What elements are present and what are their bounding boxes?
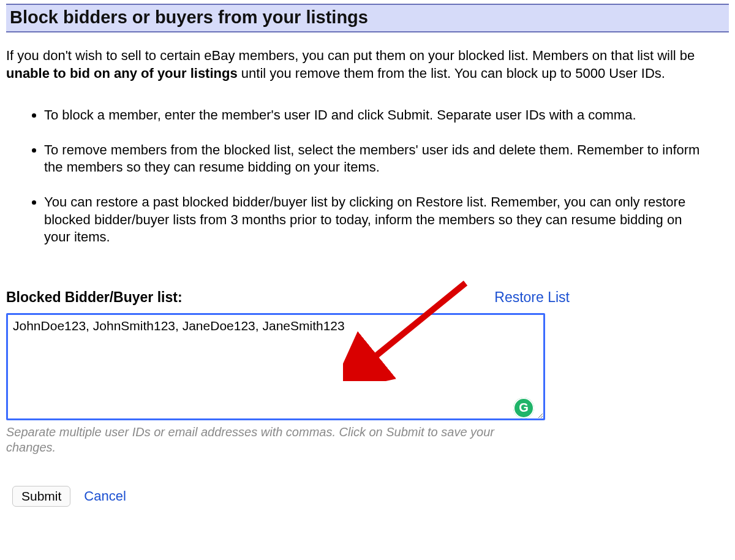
intro-prefix: If you don't wish to sell to certain eBa… bbox=[6, 48, 695, 63]
cancel-link[interactable]: Cancel bbox=[84, 488, 126, 504]
blocked-list-label: Blocked Bidder/Buyer list: bbox=[6, 289, 183, 306]
blocked-list-textarea-wrap: G bbox=[6, 313, 545, 423]
submit-button[interactable]: Submit bbox=[12, 486, 70, 507]
actions-row: Submit Cancel bbox=[12, 486, 729, 507]
instruction-bold: Submit. bbox=[388, 107, 434, 123]
instructions-list: To block a member, enter the member's us… bbox=[6, 107, 710, 246]
restore-list-link[interactable]: Restore List bbox=[494, 289, 570, 306]
blocked-list-hint: Separate multiple user IDs or email addr… bbox=[6, 425, 545, 455]
instruction-prefix: To remove members from the blocked list,… bbox=[44, 142, 699, 175]
blocked-list-header-row: Blocked Bidder/Buyer list: Restore List bbox=[6, 289, 729, 306]
page-title: Block bidders or buyers from your listin… bbox=[10, 7, 725, 28]
instruction-suffix: Separate user IDs with a comma. bbox=[433, 107, 636, 123]
intro-paragraph: If you don't wish to sell to certain eBa… bbox=[6, 47, 710, 82]
instruction-item: To remove members from the blocked list,… bbox=[44, 142, 710, 176]
intro-suffix: until you remove them from the list. You… bbox=[238, 66, 665, 81]
instruction-item: You can restore a past blocked bidder/bu… bbox=[44, 194, 710, 246]
instruction-prefix: To block a member, enter the member's us… bbox=[44, 107, 388, 123]
page-header: Block bidders or buyers from your listin… bbox=[6, 4, 729, 32]
instruction-item: To block a member, enter the member's us… bbox=[44, 107, 710, 124]
blocked-list-textarea[interactable] bbox=[6, 313, 545, 420]
instruction-prefix: You can restore a past blocked bidder/bu… bbox=[44, 194, 685, 244]
intro-bold: unable to bid on any of your listings bbox=[6, 66, 238, 81]
